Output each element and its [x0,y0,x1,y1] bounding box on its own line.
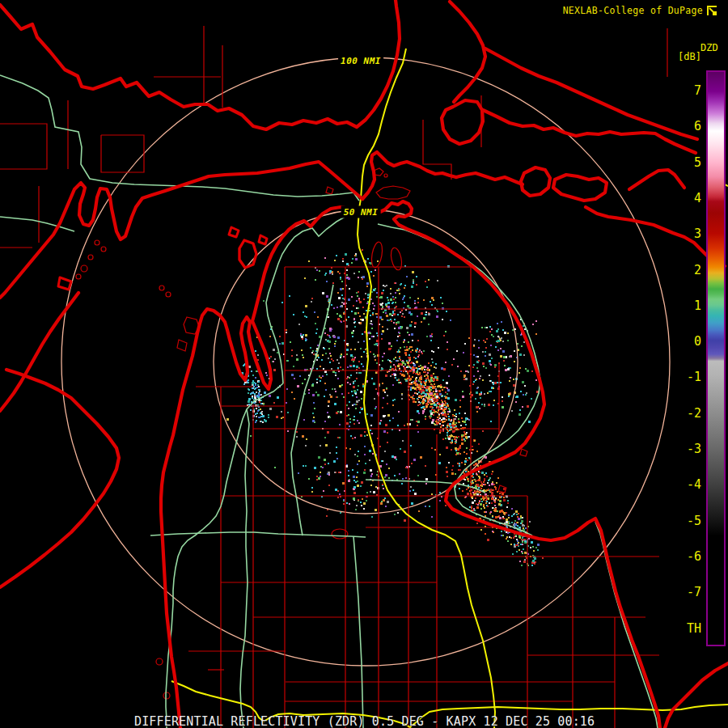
range-ring [61,57,670,666]
range-ring [214,210,518,514]
colorbar-tick-6: 6 [664,120,701,133]
range-ring-label-50: 50 NMI [341,206,381,218]
radar-viewer: 100 NMI 50 NMI NEXLAB-College of DuPage … [0,0,728,728]
college-of-dupage-logo-icon [707,6,717,16]
colorbar-tick--7: -7 [664,586,701,599]
colorbar-title: DZD [700,42,718,53]
colorbar-tick--3: -3 [664,442,701,455]
colorbar-tick-5: 5 [664,156,701,169]
colorbar-units: [dB] [678,51,701,62]
range-ring-label-100: 100 NMI [338,55,383,67]
radar-map [0,0,728,728]
radar-echo-layer [226,249,544,566]
product-caption: DIFFERENTIAL REFLECTIVITY (ZDR) 0.5 DEG … [134,714,595,728]
colorbar-tick--1: -1 [664,370,701,383]
shoreline-layer [0,0,728,728]
colorbar-tick-3: 3 [664,227,701,240]
colorbar-tick-7: 7 [664,84,701,97]
colorbar-tick-1: 1 [664,299,701,312]
colorbar-tick-0: 0 [664,335,701,348]
colorbar-gradient [708,72,724,645]
colorbar-tick--5: -5 [664,514,701,527]
colorbar-tick-4: 4 [664,192,701,205]
colorbar-tick--2: -2 [664,407,701,420]
brand-header: NEXLAB-College of DuPage [563,5,717,16]
colorbar [706,70,726,646]
colorbar-tick-2: 2 [664,264,701,277]
colorbar-tick--6: -6 [664,550,701,563]
colorbar-tick-threshold: TH [664,622,701,635]
colorbar-tick--4: -4 [664,478,701,491]
range-ring-layer [61,57,670,666]
county-borders-layer [0,26,667,728]
brand-text: NEXLAB-College of DuPage [563,5,703,16]
